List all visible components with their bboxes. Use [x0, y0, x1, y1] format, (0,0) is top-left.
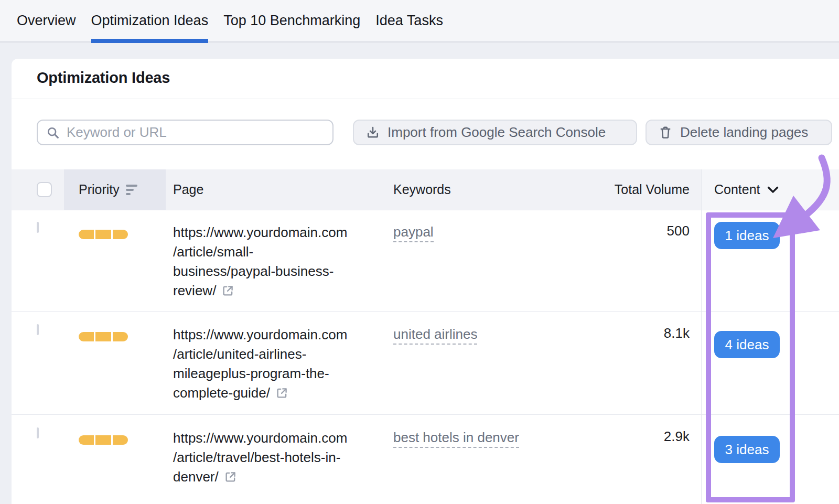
chevron-down-icon [767, 186, 779, 194]
content-cell: 3 ideas [701, 415, 839, 504]
keyword-link[interactable]: paypal [393, 224, 434, 242]
on-page-seo-checker-screen: Overview Optimization Ideas Top 10 Bench… [0, 0, 839, 504]
column-header-keywords[interactable]: Keywords [388, 169, 561, 210]
keyword-link[interactable]: united airlines [393, 326, 477, 345]
total-volume-value: 2.9k [561, 415, 701, 504]
page-url: https://www.yourdomain.com /article/trav… [173, 430, 347, 485]
row-checkbox-cell [37, 415, 64, 504]
column-header-total-volume[interactable]: Total Volume [561, 169, 701, 210]
ideas-button[interactable]: 4 ideas [714, 331, 780, 358]
delete-landing-pages-button[interactable]: Delete landing pages [646, 120, 832, 145]
page-cell: https://www.yourdomain.com /article/smal… [166, 210, 388, 311]
row-checkbox[interactable] [37, 427, 39, 438]
row-checkbox[interactable] [37, 222, 39, 233]
optimization-ideas-card: Optimization Ideas Import from Google Se… [12, 59, 839, 504]
header-checkbox-cell [37, 169, 64, 210]
select-all-checkbox[interactable] [37, 182, 52, 197]
page-url: https://www.yourdomain.com /article/unit… [173, 327, 347, 401]
external-link-icon[interactable] [223, 470, 238, 484]
table-row: https://www.yourdomain.com /article/unit… [12, 311, 839, 414]
search-input[interactable] [67, 124, 332, 141]
sort-descending-icon [126, 185, 137, 195]
import-from-gsc-label: Import from Google Search Console [388, 124, 606, 141]
keywords-cell: paypal [388, 210, 561, 311]
keywords-cell: best hotels in denver [388, 415, 561, 504]
trash-icon [658, 125, 673, 140]
priority-cell [64, 312, 166, 414]
priority-header-label: Priority [79, 182, 120, 197]
table-row: https://www.yourdomain.com /article/smal… [12, 210, 839, 311]
table-header-row: Priority Page Keywords Total Volume Cont… [12, 169, 839, 210]
external-link-icon[interactable] [221, 284, 235, 298]
row-checkbox-cell [37, 312, 64, 414]
page-cell: https://www.yourdomain.com /article/trav… [166, 415, 388, 504]
column-header-priority[interactable]: Priority [64, 169, 166, 210]
external-link-icon[interactable] [275, 386, 289, 400]
tab-top-10-benchmarking[interactable]: Top 10 Benchmarking [223, 0, 360, 42]
total-volume-value: 8.1k [561, 312, 701, 414]
card-header-divider [12, 99, 839, 99]
delete-landing-pages-label: Delete landing pages [680, 124, 808, 141]
download-icon [365, 125, 380, 140]
keywords-cell: united airlines [388, 312, 561, 414]
table-row: https://www.yourdomain.com /article/trav… [12, 414, 839, 504]
column-header-page[interactable]: Page [166, 169, 388, 210]
table-body: https://www.yourdomain.com /article/smal… [12, 210, 839, 504]
priority-indicator-high [79, 230, 128, 239]
tab-bar: Overview Optimization Ideas Top 10 Bench… [0, 0, 839, 42]
total-volume-value: 500 [561, 210, 701, 311]
priority-cell [64, 415, 166, 504]
search-icon [46, 126, 60, 140]
priority-indicator-high [79, 435, 128, 445]
page-url: https://www.yourdomain.com /article/smal… [173, 224, 347, 298]
keyword-link[interactable]: best hotels in denver [393, 430, 519, 448]
import-from-gsc-button[interactable]: Import from Google Search Console [353, 120, 637, 145]
ideas-button[interactable]: 1 ideas [714, 222, 780, 249]
column-header-content[interactable]: Content [701, 169, 839, 210]
content-header-label: Content [714, 182, 760, 197]
row-checkbox-cell [37, 210, 64, 311]
row-checkbox[interactable] [37, 324, 39, 335]
tab-optimization-ideas[interactable]: Optimization Ideas [91, 0, 209, 42]
priority-indicator-high [79, 332, 128, 341]
tab-idea-tasks[interactable]: Idea Tasks [375, 0, 443, 42]
ideas-button[interactable]: 3 ideas [714, 436, 780, 463]
tab-overview[interactable]: Overview [17, 0, 76, 42]
priority-cell [64, 210, 166, 311]
content-cell: 1 ideas [701, 210, 839, 311]
page-title: Optimization Ideas [37, 69, 170, 87]
content-cell: 4 ideas [701, 312, 839, 414]
search-box[interactable] [37, 120, 334, 145]
page-cell: https://www.yourdomain.com /article/unit… [166, 312, 388, 414]
